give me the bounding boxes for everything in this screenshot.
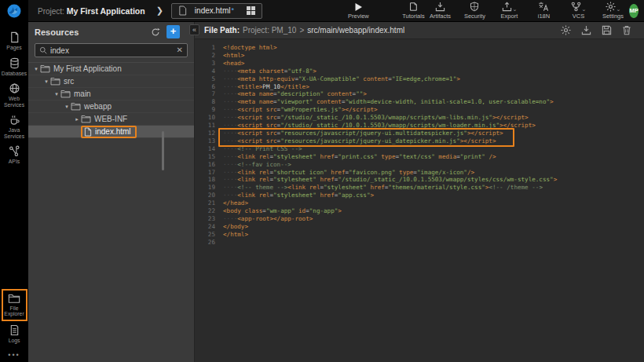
chevron-right-icon[interactable]: ❯ — [156, 5, 163, 16]
line-number: 23 — [195, 215, 215, 223]
file-icon — [84, 127, 92, 137]
line-number: 1 — [195, 44, 215, 52]
tree-collapse-arrow[interactable]: ▾ — [32, 66, 40, 72]
line-number: 4 — [195, 68, 215, 75]
refresh-icon[interactable] — [151, 27, 160, 37]
code-line: ····<script src="/studio/_static_/10.0.1… — [223, 114, 644, 122]
code-line: ····<link rel="stylesheet" href="/studio… — [223, 176, 644, 184]
i18n-button[interactable]: i18N — [530, 2, 557, 20]
line-number: 9 — [195, 106, 215, 114]
code-line: </body> — [223, 223, 644, 231]
sidebar-more-icon[interactable]: ••• — [8, 346, 20, 362]
artifacts-button[interactable]: Artifacts — [426, 2, 453, 20]
vcs-button[interactable]: ⌄ VCS — [565, 2, 591, 20]
open-file-tab[interactable]: index.html* — [171, 3, 263, 19]
sidebar-item-logs[interactable]: Logs — [1, 321, 27, 347]
wavemaker-logo[interactable] — [0, 0, 28, 22]
line-number: 12 — [195, 130, 215, 137]
grid-view-icon[interactable] — [247, 6, 256, 16]
code-line — [223, 239, 644, 247]
sidebar-item-file-explorer[interactable]: File Explorer — [2, 289, 27, 321]
tree-item-label: webapp — [84, 102, 112, 111]
folder-icon — [40, 64, 50, 73]
editor-settings-icon[interactable] — [561, 25, 571, 35]
file-path-separator: > — [299, 26, 304, 35]
sidebar-item-web-services[interactable]: Web Services — [1, 79, 27, 111]
apis-icon — [9, 145, 20, 157]
code-line: ····<!-- theme --><link rel="stylesheet"… — [223, 184, 644, 192]
line-number: 24 — [195, 223, 215, 231]
file-tree: ▾ My First Application ▾ src ▾ main ▾ we… — [28, 62, 194, 138]
code-line: ····<script src="resources/javascript/jq… — [223, 130, 644, 137]
tree-item-label: WEB-INF — [94, 115, 127, 123]
topbar: Project: My First Application ❯ index.ht… — [0, 0, 644, 22]
resources-header: Resources + — [28, 22, 194, 42]
line-number: 21 — [195, 199, 215, 207]
tree-item-web-inf[interactable]: ▸ WEB-INF — [28, 113, 194, 126]
settings-icon — [606, 2, 616, 12]
tree-collapse-arrow[interactable]: ▾ — [53, 91, 60, 97]
play-icon — [354, 2, 363, 12]
resources-panel: Resources + « ✕ ▾ My First Application ▾… — [28, 22, 195, 362]
tree-expand-arrow[interactable]: ▸ — [73, 116, 81, 122]
code-area[interactable]: 1234567891011121314151617181920212223242… — [195, 39, 644, 362]
tree-item-index-html[interactable]: index.html — [28, 126, 194, 138]
file-path-label: File Path: — [204, 26, 240, 35]
clear-search-icon[interactable]: ✕ — [177, 46, 183, 54]
security-button[interactable]: Security — [461, 2, 488, 20]
line-number: 13 — [195, 137, 215, 145]
sidebar-item-java-services[interactable]: Java Services — [1, 111, 27, 142]
tree-item-my-first-application[interactable]: ▾ My First Application — [28, 63, 194, 75]
chevron-down-icon: ⌄ — [617, 6, 621, 12]
search-input[interactable] — [50, 46, 174, 55]
folder-icon — [60, 90, 71, 98]
tree-collapse-arrow[interactable]: ▾ — [63, 104, 71, 110]
code-line: <head> — [223, 60, 644, 68]
export-button[interactable]: ⌄ Export — [496, 2, 522, 20]
code-line: <body class="wm-app" id="ng-app"> — [223, 207, 644, 215]
tree-collapse-arrow[interactable]: ▾ — [42, 79, 50, 85]
panel-scrollbar[interactable] — [162, 131, 164, 170]
line-number: 10 — [195, 114, 215, 122]
folder-icon — [71, 102, 81, 111]
tree-item-webapp[interactable]: ▾ webapp — [28, 101, 194, 113]
code-line: ····<script src="/studio/_static_/10.0.1… — [223, 122, 644, 130]
line-number: 17 — [195, 169, 215, 177]
editor-toolbar — [561, 25, 631, 35]
tutorials-button[interactable]: Tutorials — [400, 2, 426, 20]
sidebar-item-pages[interactable]: Pages — [1, 28, 27, 54]
delete-file-icon[interactable] — [622, 25, 631, 35]
sidebar-item-databases[interactable]: Databases — [1, 54, 27, 80]
tree-item-main[interactable]: ▾ main — [28, 88, 194, 101]
project-name: My First Application — [67, 6, 145, 16]
code-line: ····<!--fav icon--> — [223, 161, 644, 169]
file-explorer-icon — [8, 293, 20, 304]
code-line: </html> — [223, 231, 644, 239]
user-avatar[interactable]: MP — [629, 4, 638, 18]
export-icon — [502, 2, 512, 12]
save-file-icon[interactable] — [602, 25, 612, 35]
preview-button[interactable]: Preview — [345, 2, 371, 20]
project-label: Project: — [38, 7, 64, 16]
code-line: ····<meta http-equiv="X-UA-Compatible" c… — [223, 75, 644, 83]
line-number: 5 — [195, 75, 215, 83]
code-line: ····<title>PM_10</title> — [223, 83, 644, 91]
code-editor: File Path: Project: PM_10 > src/main/web… — [195, 22, 644, 362]
topbar-actions: Artifacts Security ⌄ Export i18N ⌄ VCS ⌄… — [426, 2, 626, 20]
tree-item-label: index.html — [95, 127, 131, 136]
line-number: 11 — [195, 122, 215, 130]
code-line: ····<app-root></app-root> — [223, 215, 644, 223]
settings-button[interactable]: ⌄ Settings — [599, 2, 626, 20]
sidebar-item-apis[interactable]: APIs — [1, 142, 27, 168]
code-line: ····<link rel="stylesheet" href="print.c… — [223, 153, 644, 161]
wavemaker-logo-icon — [6, 3, 22, 19]
collapse-panel-button[interactable]: « — [189, 24, 199, 35]
line-number: 25 — [195, 231, 215, 239]
line-number: 26 — [195, 239, 215, 247]
add-resource-button[interactable]: + — [166, 25, 180, 38]
download-file-icon[interactable] — [581, 25, 591, 35]
code-line: ····<!-- Print CSS --> — [223, 145, 644, 153]
tree-item-src[interactable]: ▾ src — [28, 75, 194, 88]
project-breadcrumb: Project: My First Application — [38, 6, 145, 16]
line-number: 6 — [195, 83, 215, 91]
